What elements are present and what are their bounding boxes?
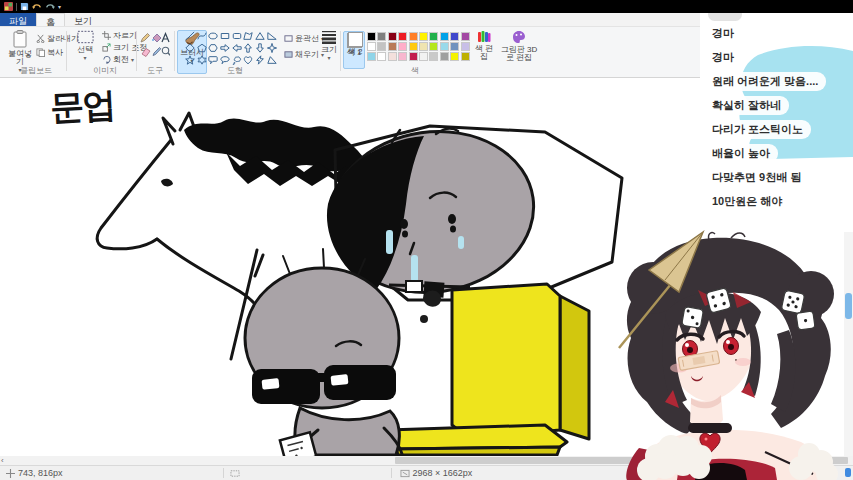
paint3d-button[interactable]: 그림판 3D로 편집 — [500, 30, 538, 62]
palette-swatch[interactable] — [440, 32, 449, 41]
shape-right-triangle-icon[interactable] — [267, 31, 277, 41]
palette-swatch[interactable] — [440, 42, 449, 51]
vtuber-avatar — [613, 230, 853, 480]
palette-swatch[interactable] — [388, 42, 397, 51]
palette-swatch[interactable] — [419, 32, 428, 41]
shape-six-point-star-icon[interactable] — [197, 55, 207, 65]
palette-swatch[interactable] — [398, 52, 407, 61]
shape-hexagon-icon[interactable] — [208, 43, 218, 53]
shape-ellipse-icon[interactable] — [208, 31, 218, 41]
shape-line-icon[interactable] — [185, 31, 195, 41]
palette-swatch[interactable] — [419, 52, 428, 61]
canvas-size: 2968 × 1662px — [413, 468, 473, 478]
palette-swatch[interactable] — [450, 52, 459, 61]
edit-colors-button[interactable]: 색 편집 — [472, 30, 496, 61]
fill-bucket-icon[interactable] — [152, 34, 161, 42]
copy-icon — [36, 48, 45, 57]
shape-rectangle-icon[interactable] — [220, 31, 230, 41]
group-divider — [340, 31, 341, 71]
palette-swatch[interactable] — [409, 52, 418, 61]
shape-polygon-icon[interactable] — [243, 31, 253, 41]
palette-swatch[interactable] — [367, 42, 376, 51]
palette-swatch[interactable] — [388, 52, 397, 61]
tear — [411, 255, 418, 282]
tab-home[interactable]: 홈 — [36, 13, 65, 26]
eraser-icon[interactable] — [142, 49, 150, 57]
shapes-grid — [185, 31, 279, 67]
undo-icon[interactable] — [32, 2, 42, 11]
cursor-position-icon — [6, 469, 15, 478]
chat-message: 경마 — [704, 48, 742, 67]
color2-swatch — [348, 32, 363, 47]
choker — [688, 423, 732, 433]
redo-icon[interactable] — [45, 2, 55, 11]
chat-message: 다리가 포스틱이노 — [704, 120, 811, 139]
palette-swatch[interactable] — [429, 42, 438, 51]
shape-rounded-callout-icon[interactable] — [208, 55, 218, 65]
palette-swatch[interactable] — [461, 32, 470, 41]
palette-swatch[interactable] — [450, 42, 459, 51]
chat-message: 경마 — [704, 24, 742, 43]
vertical-scrollbar-thumb[interactable] — [845, 293, 852, 319]
palette-swatch[interactable] — [367, 52, 376, 61]
text-tool-icon[interactable] — [162, 34, 169, 43]
scroll-left-arrow[interactable]: ‹ — [1, 456, 4, 465]
tab-view[interactable]: 보기 — [65, 13, 101, 26]
palette-swatch[interactable] — [440, 52, 449, 61]
shape-right-arrow-icon[interactable] — [220, 43, 230, 53]
color2-button[interactable]: 색 2 — [345, 31, 365, 69]
rotate-button[interactable]: 회전▾ — [102, 54, 134, 65]
size-button[interactable]: 크기▾ — [318, 30, 340, 62]
cut-icon — [36, 34, 45, 43]
palette-swatch[interactable] — [461, 42, 470, 51]
pencil-icon[interactable] — [141, 34, 150, 43]
magnifier-icon[interactable] — [162, 47, 170, 56]
edit-colors-icon — [477, 30, 491, 43]
shape-oval-callout-icon[interactable] — [220, 55, 230, 65]
shape-scalene-triangle-icon[interactable] — [267, 55, 277, 65]
shape-five-point-star-icon[interactable] — [185, 55, 195, 65]
title-bar: ▾ — [0, 0, 853, 13]
palette-swatch[interactable] — [419, 42, 428, 51]
crop-button[interactable]: 자르기 — [102, 30, 137, 41]
color-picker-icon[interactable] — [153, 48, 161, 56]
palette-swatch[interactable] — [398, 32, 407, 41]
palette-swatch[interactable] — [377, 32, 386, 41]
shape-pentagon-icon[interactable] — [197, 43, 207, 53]
blush — [735, 358, 751, 366]
shape-diamond-icon[interactable] — [185, 43, 195, 53]
select-button[interactable]: 선택▾ — [70, 30, 100, 62]
shape-left-arrow-icon[interactable] — [232, 43, 242, 53]
palette-swatch[interactable] — [377, 52, 386, 61]
palette-swatch[interactable] — [461, 52, 470, 61]
palette-swatch[interactable] — [429, 52, 438, 61]
shape-cloud-callout-icon[interactable] — [232, 55, 242, 65]
palette-swatch[interactable] — [409, 32, 418, 41]
shape-curve-icon[interactable] — [197, 31, 207, 41]
tab-file[interactable]: 파일 — [0, 13, 36, 26]
shape-triangle-icon[interactable] — [255, 31, 265, 41]
palette-swatch[interactable] — [429, 32, 438, 41]
zoom-slider-thumb[interactable] — [845, 468, 851, 477]
palette-swatch[interactable] — [388, 32, 397, 41]
chat-message: 배율이 높아 — [704, 144, 778, 163]
shape-heart-icon[interactable] — [243, 55, 253, 65]
shape-lightning-icon[interactable] — [255, 55, 265, 65]
resize-icon — [102, 43, 111, 52]
palette-swatch[interactable] — [398, 42, 407, 51]
palette-swatch[interactable] — [450, 32, 459, 41]
group-divider — [136, 31, 137, 71]
chat-message: 다맞추면 9천배 됨 — [704, 168, 809, 187]
quick-access-dropdown-icon[interactable]: ▾ — [58, 3, 61, 10]
outline-icon — [284, 34, 293, 43]
palette-swatch[interactable] — [367, 32, 376, 41]
shape-up-arrow-icon[interactable] — [243, 43, 253, 53]
palette-swatch[interactable] — [377, 42, 386, 51]
save-icon[interactable] — [20, 2, 29, 11]
shape-four-point-star-icon[interactable] — [267, 43, 277, 53]
palette-swatch[interactable] — [409, 42, 418, 51]
select-icon — [77, 30, 94, 44]
shape-rounded-rectangle-icon[interactable] — [232, 31, 242, 41]
copy-button[interactable]: 복사 — [36, 47, 63, 58]
shape-down-arrow-icon[interactable] — [255, 43, 265, 53]
